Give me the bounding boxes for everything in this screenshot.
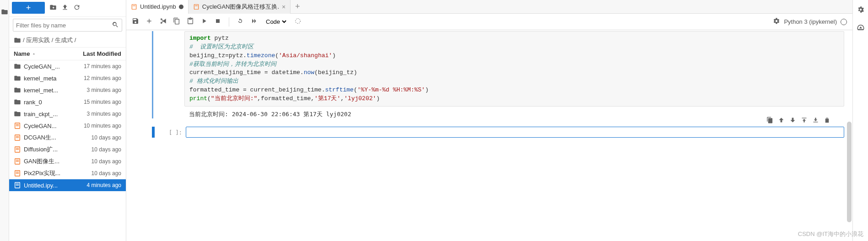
cell-type-select[interactable]: Code [264, 18, 288, 26]
breadcrumb[interactable]: / 应用实践 / 生成式 / [9, 33, 126, 48]
sort-asc-icon [32, 52, 36, 56]
copy-icon[interactable] [173, 17, 180, 26]
notebook-icon [14, 182, 21, 189]
file-name: Diffusion扩... [24, 145, 58, 154]
move-down-icon[interactable] [789, 117, 796, 125]
gauge-icon[interactable] [857, 23, 865, 33]
tab[interactable]: CycleGAN图像风格迁移互换.× [189, 0, 291, 14]
new-launcher-button[interactable]: + [12, 2, 45, 14]
save-icon[interactable] [132, 17, 139, 26]
cell-action-toolbar [764, 116, 833, 126]
duplicate-icon[interactable] [766, 117, 773, 125]
notebook-body[interactable]: import pytz # 设置时区为北京时区 beijing_tz=pytz.… [126, 30, 852, 241]
property-inspector-icon[interactable] [857, 5, 865, 15]
file-name: rank_0 [24, 99, 42, 106]
cell-prompt: [ ]: [155, 127, 186, 138]
kernel-status[interactable]: Python 3 (ipykernel) [773, 17, 847, 26]
scrollbar-thumb[interactable] [847, 122, 852, 222]
folder-icon [14, 75, 21, 82]
file-list-header: Name Last Modified [9, 48, 126, 60]
code-editor[interactable] [186, 127, 844, 138]
file-row[interactable]: CycleGAN...10 minutes ago [9, 120, 126, 132]
file-modified: 4 minutes ago [87, 182, 121, 188]
folder-icon[interactable] [1, 8, 8, 17]
svg-rect-7 [16, 148, 19, 149]
file-name: train_ckpt_... [24, 111, 58, 118]
file-modified: 15 minutes ago [84, 99, 121, 105]
search-icon [112, 21, 119, 30]
svg-point-22 [296, 19, 301, 24]
cut-icon[interactable] [159, 17, 167, 26]
render-icon[interactable] [294, 17, 302, 26]
code-editor[interactable]: import pytz # 设置时区为北京时区 beijing_tz=pytz.… [184, 31, 844, 107]
svg-rect-18 [132, 4, 136, 9]
restart-run-all-icon[interactable] [250, 17, 258, 26]
folder-icon [14, 110, 21, 118]
file-modified: 10 minutes ago [84, 123, 121, 129]
notebook-toolbar: Code Python 3 (ipykernel) [126, 14, 852, 30]
tab[interactable]: Untitled.ipynb [126, 0, 189, 14]
main-area: Untitled.ipynbCycleGAN图像风格迁移互换.× + Code … [126, 0, 852, 241]
file-row[interactable]: CycleGAN_...17 minutes ago [9, 60, 126, 72]
folder-icon [14, 98, 21, 106]
tab-label: CycleGAN图像风格迁移互换. [202, 3, 279, 11]
svg-rect-8 [16, 149, 19, 150]
dirty-indicator-icon [179, 5, 183, 9]
file-modified: 10 days ago [92, 158, 121, 165]
cell-output: 当前北京时间: 2024-06-30 22:06:43 第17天 lyj0202 [184, 107, 844, 118]
paste-icon[interactable] [187, 17, 194, 26]
file-row[interactable]: DCGAN生...10 days ago [9, 132, 126, 144]
refresh-icon[interactable] [73, 4, 81, 12]
new-folder-icon[interactable] [49, 4, 57, 12]
file-row[interactable]: train_ckpt_...3 minutes ago [9, 108, 126, 120]
column-name[interactable]: Name [14, 50, 36, 57]
svg-rect-21 [195, 5, 198, 6]
svg-rect-16 [16, 184, 19, 184]
file-list: CycleGAN_...17 minutes agokernel_meta12 … [9, 60, 126, 241]
file-row[interactable]: Pix2Pix实现...10 days ago [9, 167, 126, 179]
kernel-idle-icon [841, 19, 847, 25]
close-icon[interactable]: × [282, 3, 286, 11]
file-name: kernel_met... [24, 87, 58, 94]
file-name: GAN图像生... [24, 157, 59, 166]
svg-rect-19 [133, 5, 135, 6]
notebook-icon [14, 158, 21, 165]
svg-rect-11 [16, 161, 19, 161]
file-name: kernel_meta [24, 75, 57, 82]
file-row[interactable]: GAN图像生...10 days ago [9, 155, 126, 167]
tab-label: Untitled.ipynb [140, 3, 176, 10]
file-row[interactable]: Diffusion扩...10 days ago [9, 144, 126, 155]
notebook-icon [14, 122, 21, 129]
insert-above-icon[interactable] [801, 117, 808, 125]
run-icon[interactable] [200, 17, 208, 26]
move-up-icon[interactable] [778, 117, 785, 125]
restart-icon[interactable] [237, 17, 244, 26]
svg-rect-1 [16, 124, 19, 125]
empty-code-cell[interactable]: [ ]: [126, 127, 844, 138]
notebook-icon [14, 146, 21, 153]
file-row[interactable]: kernel_met...3 minutes ago [9, 84, 126, 96]
svg-rect-5 [16, 137, 19, 138]
insert-below-icon[interactable] [812, 117, 819, 125]
svg-rect-20 [194, 4, 198, 9]
file-modified: 12 minutes ago [84, 75, 121, 81]
new-tab-button[interactable]: + [291, 2, 304, 11]
file-name: Untitled.ipy... [24, 182, 58, 189]
filter-files-input[interactable] [16, 22, 112, 29]
insert-cell-icon[interactable] [146, 17, 153, 26]
file-name: DCGAN生... [24, 134, 56, 142]
stop-icon[interactable] [214, 17, 221, 26]
delete-icon[interactable] [824, 117, 830, 125]
code-cell[interactable]: import pytz # 设置时区为北京时区 beijing_tz=pytz.… [126, 31, 844, 118]
file-modified: 10 days ago [92, 170, 121, 177]
tab-bar: Untitled.ipynbCycleGAN图像风格迁移互换.× + [126, 0, 852, 14]
file-row[interactable]: kernel_meta12 minutes ago [9, 72, 126, 84]
column-modified[interactable]: Last Modified [83, 50, 121, 57]
file-row[interactable]: rank_015 minutes ago [9, 96, 126, 108]
notebook-icon [14, 170, 21, 177]
file-row[interactable]: Untitled.ipy...4 minutes ago [9, 179, 126, 191]
scrollbar-vertical[interactable] [847, 30, 852, 241]
folder-icon [14, 63, 21, 70]
upload-icon[interactable] [61, 4, 69, 12]
file-name: Pix2Pix实现... [24, 169, 60, 177]
